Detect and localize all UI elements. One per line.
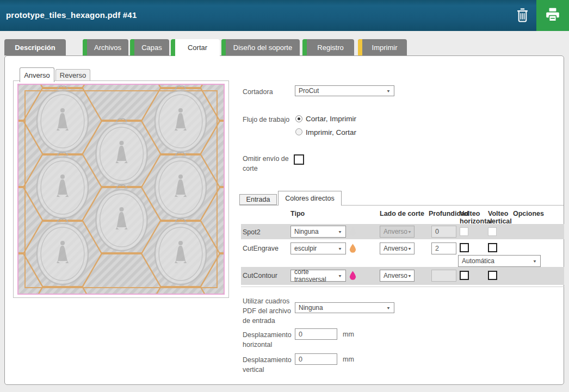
- col-header-volteo-horizontal: Volteo horizontal: [460, 210, 491, 225]
- omitir-label: Omitir envío de corte: [243, 154, 292, 173]
- col-header-opciones: Opciones: [513, 210, 544, 217]
- radio-cortar-imprimir[interactable]: [295, 115, 302, 122]
- lado-value: Anverso: [384, 245, 407, 252]
- lado-value: Anverso: [384, 272, 407, 279]
- tab-status-bar: [130, 39, 134, 55]
- cutcontour-tipo-select[interactable]: corte transversal ▼: [290, 270, 346, 282]
- tab-colores-directos[interactable]: Colores directos: [278, 191, 342, 206]
- tab-anverso[interactable]: Anverso: [20, 67, 54, 82]
- tab-status-bar: [358, 39, 362, 55]
- chevron-down-icon: ▼: [338, 229, 342, 234]
- chevron-down-icon: ▼: [338, 246, 342, 251]
- tab-capas[interactable]: Capas: [130, 39, 169, 55]
- table-bottom-divider: [241, 287, 564, 287]
- tab-label: Diseño del soporte: [233, 43, 292, 52]
- tab-entrada[interactable]: Entrada: [239, 194, 277, 205]
- offset-vertical-unit: mm: [343, 356, 354, 363]
- tab-label: Archivos: [94, 43, 121, 52]
- job-preview-image: [17, 84, 225, 297]
- tab-status-bar: [221, 39, 226, 55]
- delete-job-button[interactable]: [511, 6, 533, 26]
- radio-cortar-imprimir-label: Cortar, Imprimir: [306, 115, 356, 123]
- chevron-down-icon: ▼: [386, 306, 391, 310]
- offset-vertical-input[interactable]: [295, 353, 337, 365]
- spot2-lado-select: Anverso ▼: [380, 226, 415, 238]
- tab-diseno-del-soporte[interactable]: Diseño del soporte: [221, 39, 300, 55]
- pdf-boxes-label: Utilizar cuadros PDF del archivo de entr…: [243, 296, 294, 326]
- chevron-down-icon: ▼: [407, 229, 412, 234]
- offset-horizontal-input[interactable]: [295, 328, 337, 340]
- cortadora-label: Cortadora: [243, 87, 273, 97]
- spot2-volteo-horizontal-checkbox: [460, 227, 468, 236]
- job-title: prototype_tiles_hexagon.pdf #41: [6, 10, 137, 20]
- tipo-value: Ninguna: [294, 228, 319, 235]
- spot2-tipo-select[interactable]: Ninguna ▼: [290, 226, 346, 238]
- tab-status-bar: [83, 39, 87, 55]
- cutcontour-lado-select[interactable]: Anverso ▼: [380, 270, 415, 282]
- cutengrave-lado-select[interactable]: Anverso ▼: [380, 242, 415, 254]
- opciones-value: Automática: [462, 257, 494, 265]
- offset-horizontal-unit: mm: [343, 331, 354, 338]
- tab-label: Capas: [141, 43, 162, 52]
- spot-name: CutContour: [243, 272, 277, 279]
- cutcontour-profundidad-input: [431, 270, 456, 282]
- print-job-button[interactable]: [536, 0, 569, 31]
- spot-name: CutEngrave: [243, 245, 279, 252]
- trash-icon: [515, 7, 530, 25]
- cutengrave-tipo-select[interactable]: esculpir ▼: [290, 242, 346, 254]
- offset-vertical-label: Desplazamiento vertical: [243, 355, 297, 375]
- tab-cortar[interactable]: Cortar: [171, 39, 220, 56]
- cortadora-select[interactable]: ProCut ▼: [295, 85, 394, 96]
- spot2-volteo-vertical-checkbox: [488, 227, 497, 236]
- cutengrave-volteo-vertical-checkbox[interactable]: [488, 243, 497, 252]
- chevron-down-icon: ▼: [407, 273, 412, 278]
- pdf-boxes-value: Ninguna: [299, 304, 323, 312]
- cutcontour-volteo-horizontal-checkbox[interactable]: [460, 271, 469, 280]
- tab-label: Imprimir: [372, 43, 398, 52]
- tab-status-bar: [171, 39, 175, 56]
- cutengrave-opciones-select[interactable]: Automática ▼: [458, 255, 541, 267]
- tab-descripcion[interactable]: Descripción: [4, 39, 66, 55]
- cutcontour-volteo-vertical-checkbox[interactable]: [488, 271, 497, 280]
- printer-icon: [545, 7, 561, 24]
- spot-name: Spot2: [243, 228, 261, 236]
- chevron-down-icon: ▼: [407, 246, 412, 251]
- spot-color-droplet-icon: [349, 271, 356, 280]
- cutengrave-profundidad-input[interactable]: [431, 242, 456, 254]
- tab-label: Registro: [317, 43, 343, 52]
- tab-archivos[interactable]: Archivos: [83, 39, 128, 55]
- tab-label: Descripción: [15, 43, 55, 52]
- col-header-volteo-vertical: Volteo vertical: [488, 210, 515, 225]
- cortadora-value: ProCut: [299, 87, 319, 95]
- lado-value: Anverso: [384, 228, 407, 235]
- flujo-label: Flujo de trabajo: [243, 115, 289, 125]
- chevron-down-icon: ▼: [533, 259, 537, 263]
- tipo-value: esculpir: [294, 245, 317, 252]
- tab-label: Cortar: [188, 43, 207, 52]
- chevron-down-icon: ▼: [338, 273, 342, 278]
- tab-label: Anverso: [24, 71, 50, 79]
- tab-reverso[interactable]: Reverso: [55, 69, 90, 81]
- omitir-checkbox[interactable]: [294, 154, 304, 165]
- tipo-value: corte transversal: [294, 268, 338, 283]
- radio-imprimir-cortar-label: Imprimir, Cortar: [306, 128, 356, 136]
- spot-color-droplet-icon: [349, 244, 356, 253]
- tab-status-bar: [302, 39, 307, 55]
- title-bar: prototype_tiles_hexagon.pdf #41: [0, 0, 569, 31]
- tab-registro[interactable]: Registro: [302, 39, 354, 55]
- cutengrave-volteo-horizontal-checkbox[interactable]: [460, 243, 469, 252]
- spot-color-droplet-icon: [349, 227, 356, 236]
- col-header-tipo: Tipo: [290, 210, 305, 217]
- tab-label: Entrada: [246, 196, 270, 203]
- col-header-lado: Lado de corte: [380, 210, 424, 217]
- radio-imprimir-cortar[interactable]: [295, 128, 302, 135]
- tab-label: Reverso: [60, 71, 86, 79]
- tab-label: Colores directos: [285, 195, 334, 202]
- spot2-profundidad-input: [431, 226, 456, 238]
- offset-horizontal-label: Desplazamiento horizontal: [243, 330, 297, 350]
- preview-pane: [13, 80, 229, 298]
- chevron-down-icon: ▼: [386, 89, 391, 93]
- pdf-boxes-select[interactable]: Ninguna ▼: [295, 302, 394, 313]
- tab-imprimir[interactable]: Imprimir: [358, 39, 407, 55]
- app-window: prototype_tiles_hexagon.pdf #41: [0, 0, 569, 392]
